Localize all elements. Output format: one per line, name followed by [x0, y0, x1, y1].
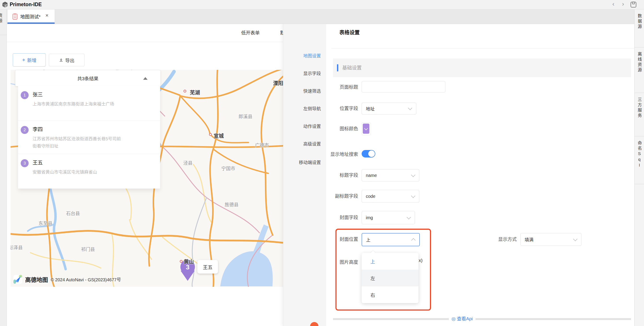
select-value: img	[366, 215, 373, 220]
field-label-display-mode: 显示方式	[479, 236, 517, 242]
nav-back-icon[interactable]: ‹	[610, 0, 617, 8]
footer-divider	[333, 318, 631, 320]
chevron-down-icon	[406, 215, 411, 220]
marker-label-chip[interactable]: 王五	[197, 260, 218, 274]
toolbar-form-type[interactable]: 低开表单	[241, 29, 260, 36]
city-dot	[184, 90, 186, 92]
field-label-icon-color: 图标颜色	[308, 125, 358, 132]
city-dot	[180, 260, 182, 263]
divider	[331, 48, 634, 48]
field-label-location: 位置字段	[308, 105, 358, 112]
cover-position-select[interactable]: 上	[362, 233, 420, 246]
panel-title: 表格设置	[340, 28, 360, 36]
eye-icon: ◎	[452, 316, 456, 321]
export-button-label: 导出	[65, 57, 74, 64]
item-name: 张三	[32, 90, 43, 98]
nav-item-mobile[interactable]: 移动端设置	[299, 159, 321, 166]
view-api-link[interactable]: ◎ 查看Api	[449, 315, 476, 322]
map-label: 旌德县	[225, 201, 238, 208]
map-label: 东至县	[38, 220, 52, 226]
display-mode-select[interactable]: 填满	[520, 233, 582, 246]
results-summary: 共3条结果	[77, 75, 98, 82]
results-summary-bar[interactable]: 共3条结果	[15, 70, 160, 86]
subtitle-field-select[interactable]: code	[362, 190, 419, 203]
tab-active-indicator	[8, 22, 54, 24]
field-label-cover-field: 封面字段	[308, 214, 358, 221]
save-icon[interactable]	[630, 2, 636, 8]
field-label-address-search: 显示地址搜索	[303, 151, 358, 158]
download-icon	[59, 58, 63, 62]
location-select[interactable]: 地址	[362, 103, 416, 114]
add-button[interactable]: + 新增	[13, 53, 46, 66]
app-title: Primeton-IDE	[10, 2, 42, 8]
city-dot	[209, 133, 212, 136]
map-label: 石台县	[66, 210, 80, 216]
field-label-image-height: 图片高度	[308, 259, 358, 266]
amap-copyright: © 2024 AutoNavi - GS(2023)4677号	[51, 276, 121, 282]
nav-item-advanced[interactable]: 高级设置	[303, 141, 321, 147]
right-rail-item-offline[interactable]: 离线资源	[634, 47, 644, 93]
list-item[interactable]: 2 李四 江苏省苏州市姑苏区沧浪街道西善长巷5号司前街看守所旧址	[18, 120, 160, 154]
select-value: name	[366, 173, 377, 178]
item-name: 李四	[32, 125, 43, 132]
right-rail-item-thirdparty[interactable]: 三方服务	[634, 93, 644, 136]
list-item[interactable]: 1 张三 上海市黄浦区南京东路街道上海来福士广场	[18, 86, 160, 120]
map-label: 彭泽县	[10, 244, 23, 250]
amap-brand: 高德地图	[25, 275, 48, 284]
list-item[interactable]: 3 王五 安徽省黄山市屯溪区屯光镇麻雀山	[18, 154, 160, 189]
field-label-subtitle-field: 副标题字段	[308, 193, 358, 199]
select-value: 填满	[525, 236, 534, 243]
select-value: 地址	[366, 106, 375, 112]
settings-drawer: 地图设置 显示字段 快速筛选 左侧导航 动作设置 高级设置 移动端设置 表格设置…	[283, 24, 634, 326]
chevron-down-icon	[573, 237, 578, 241]
dropdown-option-right[interactable]: 右	[362, 286, 418, 303]
tab-close-icon[interactable]: ×	[45, 12, 48, 18]
left-rail-item-resources[interactable]: 资源	[0, 9, 6, 35]
plus-icon: +	[22, 57, 25, 63]
add-button-label: 新增	[27, 56, 36, 63]
rail-label: 命名Sql	[636, 141, 642, 168]
rail-label: 数据源	[636, 14, 642, 30]
export-button[interactable]: 导出	[49, 54, 84, 66]
title-field-select[interactable]: name	[362, 169, 419, 182]
toggle-knob	[368, 150, 375, 157]
map-label: 芜湖	[190, 88, 200, 96]
tab-map-test[interactable]: 地图测试* ×	[8, 9, 55, 24]
rail-label: 三方服务	[636, 97, 642, 118]
cover-field-select[interactable]: img	[362, 211, 415, 224]
item-number-badge: 2	[21, 126, 29, 134]
chevron-down-icon	[411, 173, 416, 177]
section-title: 基础设置	[342, 58, 362, 77]
icon-color-picker[interactable]	[362, 122, 371, 135]
right-rail: 数据源 离线资源 三方服务 命名Sql	[634, 9, 644, 326]
item-number-badge: 1	[21, 91, 29, 99]
item-address: 江苏省苏州市姑苏区沧浪街道西善长巷5号司前街看守所旧址	[32, 135, 125, 150]
section-header: 基础设置	[333, 58, 631, 77]
item-number-badge: 3	[21, 159, 29, 167]
dropdown-option-left[interactable]: 左	[362, 270, 418, 286]
dropdown-option-top[interactable]: 上	[362, 253, 418, 270]
field-label-cover-position: 封面位置	[308, 236, 358, 242]
nav-item-map-settings[interactable]: 地图设置	[303, 53, 321, 59]
right-rail-item-datasource[interactable]: 数据源	[634, 9, 644, 47]
map-label: 溧阳	[273, 79, 283, 86]
item-address: 安徽省黄山市屯溪区屯光镇麻雀山	[32, 168, 125, 176]
select-value: code	[366, 194, 375, 199]
nav-item-display-fields[interactable]: 显示字段	[303, 70, 321, 77]
address-search-toggle[interactable]	[362, 150, 375, 158]
main-content: 低开表单 默	[6, 24, 634, 326]
right-rail-item-namedsql[interactable]: 命名Sql	[634, 136, 644, 184]
top-bar: Primeton-IDE ‹ ›	[0, 0, 644, 10]
amap-logo-icon	[13, 275, 22, 284]
item-address: 上海市黄浦区南京东路街道上海来福士广场	[32, 100, 125, 108]
map-label: 黄山	[184, 258, 194, 265]
chevron-up-icon	[411, 238, 416, 242]
nav-forward-icon[interactable]: ›	[619, 0, 627, 8]
map-label: 郎溪县	[238, 113, 252, 120]
map-attribution: 高德地图 © 2024 AutoNavi - GS(2023)4677号	[13, 275, 121, 284]
page-title-input[interactable]	[362, 81, 445, 92]
map-label: 祁门县	[81, 246, 95, 252]
rail-label: 离线资源	[636, 52, 642, 73]
tab-strip: 地图测试* ×	[6, 9, 634, 24]
item-name: 王五	[32, 158, 43, 166]
